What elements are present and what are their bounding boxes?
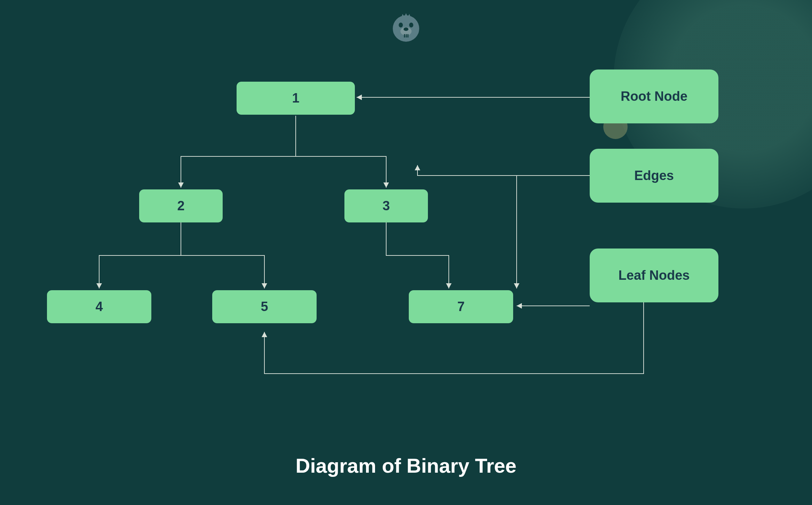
label-text: Root Node xyxy=(621,89,687,104)
label-text: Edges xyxy=(634,168,674,183)
svg-rect-7 xyxy=(407,34,408,38)
svg-point-9 xyxy=(412,26,419,35)
label-root-node: Root Node xyxy=(590,70,718,123)
svg-point-4 xyxy=(404,27,408,31)
node-value: 5 xyxy=(261,299,268,314)
svg-marker-19 xyxy=(262,332,267,337)
tree-node-3: 3 xyxy=(344,189,428,222)
label-leaf-nodes: Leaf Nodes xyxy=(590,249,718,302)
svg-marker-17 xyxy=(514,283,519,288)
tree-node-2: 2 xyxy=(139,189,223,222)
tree-node-1: 1 xyxy=(237,82,355,115)
tree-node-5: 5 xyxy=(212,290,317,323)
logo-icon xyxy=(390,10,422,45)
svg-marker-13 xyxy=(262,283,267,288)
svg-marker-15 xyxy=(357,95,362,100)
svg-marker-16 xyxy=(415,165,420,170)
diagram-title: Diagram of Binary Tree xyxy=(296,454,517,477)
node-value: 3 xyxy=(382,198,390,213)
svg-marker-14 xyxy=(446,283,452,288)
svg-point-8 xyxy=(393,26,400,35)
tree-node-7: 7 xyxy=(409,290,513,323)
node-value: 1 xyxy=(292,91,299,106)
label-text: Leaf Nodes xyxy=(619,268,690,283)
node-value: 4 xyxy=(95,299,103,314)
node-value: 2 xyxy=(177,198,184,213)
tree-node-4: 4 xyxy=(47,290,151,323)
label-edges: Edges xyxy=(590,149,718,203)
svg-marker-18 xyxy=(517,303,522,309)
node-value: 7 xyxy=(457,299,464,314)
svg-rect-6 xyxy=(406,34,407,38)
svg-marker-12 xyxy=(96,283,102,288)
svg-point-1 xyxy=(399,23,403,27)
svg-rect-5 xyxy=(404,34,405,38)
svg-marker-10 xyxy=(178,182,184,188)
svg-point-2 xyxy=(409,23,413,27)
svg-marker-11 xyxy=(383,182,389,188)
